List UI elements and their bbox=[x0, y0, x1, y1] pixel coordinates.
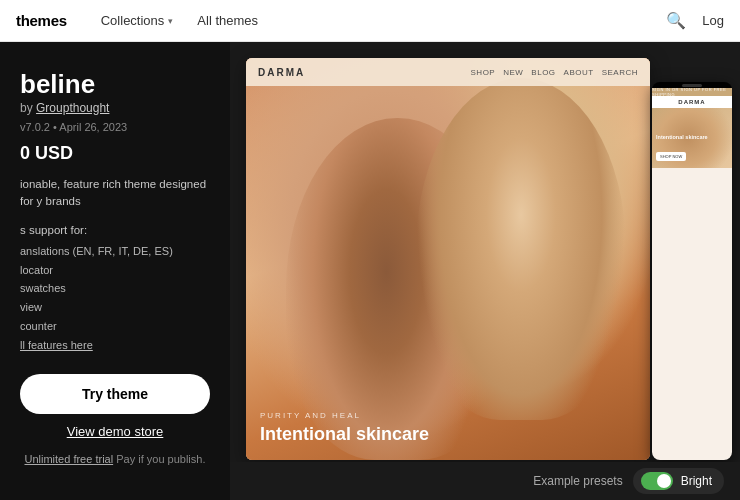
desktop-preview: PURITY AND HEAL Intentional skincare DAR… bbox=[246, 58, 650, 460]
mobile-nav: DARMA bbox=[652, 96, 732, 108]
preset-name: Bright bbox=[681, 474, 712, 488]
feature-item-link: ll features here bbox=[20, 336, 210, 355]
bottom-bar: Example presets Bright bbox=[230, 462, 740, 500]
chevron-down-icon: ▾ bbox=[168, 16, 173, 26]
preview-nav-blog: BLOG bbox=[531, 68, 555, 77]
feature-item: counter bbox=[20, 317, 210, 336]
try-theme-button[interactable]: Try theme bbox=[20, 374, 210, 414]
preset-toggle[interactable]: Bright bbox=[633, 468, 724, 494]
mobile-banner-text: SIGN IN OR SIGN UP FOR FREE SHIPPING bbox=[652, 88, 732, 97]
feature-item: locator bbox=[20, 261, 210, 280]
preview-nav-new: NEW bbox=[503, 68, 523, 77]
features-label: s support for: bbox=[20, 224, 210, 236]
mobile-store-logo: DARMA bbox=[678, 99, 705, 105]
mobile-preview: SIGN IN OR SIGN UP FOR FREE SHIPPING DAR… bbox=[652, 82, 732, 460]
mobile-hero-title: Intentional skincare bbox=[656, 134, 728, 141]
nav-right: 🔍 Log bbox=[666, 11, 724, 30]
collections-nav-link[interactable]: Collections ▾ bbox=[91, 7, 184, 34]
toggle-knob bbox=[657, 474, 671, 488]
top-nav: themes Collections ▾ All themes 🔍 Log bbox=[0, 0, 740, 42]
right-panel: PURITY AND HEAL Intentional skincare DAR… bbox=[230, 42, 740, 500]
login-link[interactable]: Log bbox=[702, 13, 724, 28]
nav-links: Collections ▾ All themes bbox=[91, 7, 667, 34]
search-icon[interactable]: 🔍 bbox=[666, 11, 686, 30]
features-list: anslations (EN, FR, IT, DE, ES) locator … bbox=[20, 242, 210, 354]
theme-description: ionable, feature rich theme designed for… bbox=[20, 176, 210, 211]
author-link[interactable]: Groupthought bbox=[36, 101, 109, 115]
feature-item: swatches bbox=[20, 279, 210, 298]
all-themes-nav-link[interactable]: All themes bbox=[187, 7, 268, 34]
feature-item: anslations (EN, FR, IT, DE, ES) bbox=[20, 242, 210, 261]
preview-nav-links: SHOP NEW BLOG ABOUT SEARCH bbox=[471, 68, 638, 77]
theme-version: v7.0.2 • April 26, 2023 bbox=[20, 121, 210, 133]
mobile-content: SIGN IN OR SIGN UP FOR FREE SHIPPING DAR… bbox=[652, 88, 732, 460]
preset-toggle-switch[interactable] bbox=[641, 472, 673, 490]
theme-author: by Groupthought bbox=[20, 101, 210, 115]
mobile-shop-button[interactable]: SHOP NOW bbox=[656, 152, 686, 161]
preview-nav-shop: SHOP bbox=[471, 68, 496, 77]
hero-title: Intentional skincare bbox=[260, 424, 429, 446]
all-features-link[interactable]: ll features here bbox=[20, 339, 93, 351]
logo: themes bbox=[16, 12, 67, 29]
preview-store-logo: DARMA bbox=[258, 67, 305, 78]
view-demo-button[interactable]: View demo store bbox=[20, 424, 210, 439]
mobile-banner: SIGN IN OR SIGN UP FOR FREE SHIPPING bbox=[652, 88, 732, 96]
mobile-notch-bar bbox=[682, 84, 702, 87]
face-right bbox=[416, 78, 626, 420]
hero-image: PURITY AND HEAL Intentional skincare bbox=[246, 58, 650, 460]
main-content: beline by Groupthought v7.0.2 • April 26… bbox=[0, 42, 740, 500]
mobile-hero: Intentional skincare SHOP NOW bbox=[652, 108, 732, 168]
theme-price: 0 USD bbox=[20, 143, 210, 164]
theme-name: beline bbox=[20, 70, 210, 99]
preview-nav-about: ABOUT bbox=[564, 68, 594, 77]
hero-overlay: PURITY AND HEAL Intentional skincare bbox=[246, 411, 443, 460]
free-trial-link[interactable]: Unlimited free trial bbox=[25, 453, 114, 465]
free-trial-text: Unlimited free trial Pay if you publish. bbox=[20, 453, 210, 465]
feature-item: view bbox=[20, 298, 210, 317]
left-panel: beline by Groupthought v7.0.2 • April 26… bbox=[0, 42, 230, 500]
preview-nav-search: SEARCH bbox=[602, 68, 638, 77]
preview-nav: DARMA SHOP NEW BLOG ABOUT SEARCH bbox=[246, 58, 650, 86]
hero-tagline: PURITY AND HEAL bbox=[260, 411, 429, 420]
presets-label: Example presets bbox=[533, 474, 622, 488]
mobile-hero-text: Intentional skincare SHOP NOW bbox=[656, 134, 728, 162]
